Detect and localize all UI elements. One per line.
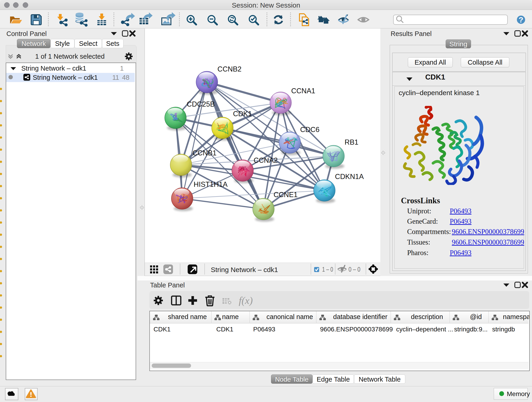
svg-text:f(x): f(x) [239, 295, 253, 306]
svg-text:HIST1H1A: HIST1H1A [194, 180, 228, 188]
svg-text:1 – 0: 1 – 0 [322, 266, 333, 273]
svg-text:?: ? [519, 15, 524, 24]
svg-text:CDK1: CDK1 [233, 110, 252, 118]
svg-text:CCNB2: CCNB2 [217, 65, 241, 73]
svg-text:0 – 0: 0 – 0 [348, 266, 360, 273]
svg-text:CDC6: CDC6 [300, 126, 319, 134]
svg-text:RB1: RB1 [345, 138, 358, 146]
svg-text:CCNE1: CCNE1 [273, 191, 298, 199]
svg-text:CDKN1A: CDKN1A [335, 172, 364, 181]
svg-text:CCNB1: CCNB1 [192, 149, 216, 157]
svg-text:CDC25B: CDC25B [187, 100, 215, 108]
svg-text:CCNA1: CCNA1 [291, 87, 315, 95]
svg-text:CCNA2: CCNA2 [254, 156, 278, 164]
svg-text:String Network – cdk1: String Network – cdk1 [211, 266, 278, 274]
